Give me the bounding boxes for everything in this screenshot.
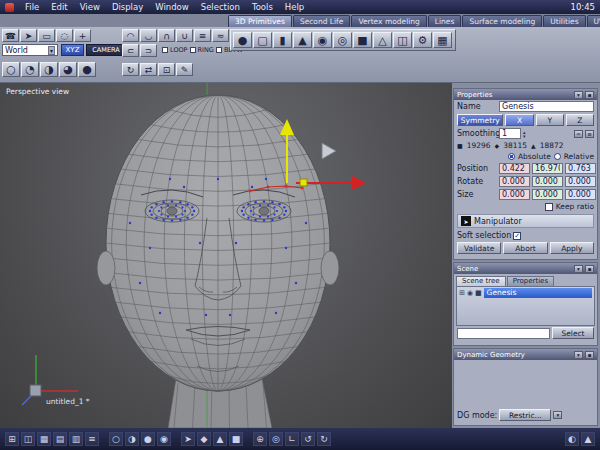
- validate-button[interactable]: Validate: [457, 242, 501, 254]
- edge-mode-icon[interactable]: ▲: [213, 432, 227, 446]
- panel-options-icon[interactable]: ▾: [574, 91, 583, 99]
- scene-options-icon[interactable]: ▾: [574, 265, 583, 273]
- full-shade-icon[interactable]: ●: [78, 62, 96, 77]
- viewport-canvas[interactable]: [0, 83, 452, 428]
- tab-lines[interactable]: Lines: [428, 15, 462, 27]
- menu-view[interactable]: View: [74, 2, 106, 12]
- abort-button[interactable]: Abort: [503, 242, 547, 254]
- textured-display-icon[interactable]: ◉: [157, 432, 171, 446]
- smooth-display-icon[interactable]: ●: [141, 432, 155, 446]
- menu-edit[interactable]: Edit: [45, 2, 73, 12]
- manipulator-center-handle[interactable]: [300, 179, 307, 186]
- scene-filter-input[interactable]: [457, 328, 550, 339]
- manipulator-x-arrowhead[interactable]: [352, 176, 366, 190]
- world-dropdown[interactable]: World ▾: [2, 44, 58, 56]
- pyramid-primitive-icon[interactable]: △: [373, 32, 392, 48]
- scene-titlebar[interactable]: Scene ▾ ▪: [454, 263, 597, 274]
- menu-file[interactable]: File: [19, 2, 45, 12]
- dg-mode-button[interactable]: Restric...: [499, 409, 551, 421]
- rotate-y-input[interactable]: [532, 176, 563, 187]
- visibility-icon[interactable]: ◉: [467, 289, 473, 297]
- size-z-input[interactable]: [565, 189, 596, 200]
- single-view-icon[interactable]: ⊞: [5, 432, 19, 446]
- properties-titlebar[interactable]: Properties ▾ ▪: [454, 89, 597, 100]
- smooth-shade-icon[interactable]: ◕: [59, 62, 77, 77]
- wireframe-mode-icon[interactable]: ○: [2, 62, 20, 77]
- keep-ratio-checkbox[interactable]: [545, 203, 553, 211]
- dg-mode-dropdown-icon[interactable]: ▾: [553, 411, 562, 419]
- ring-checkbox[interactable]: [190, 47, 196, 53]
- smoothing-range-icon[interactable]: ≈: [574, 130, 583, 138]
- move-tool-icon[interactable]: +: [74, 29, 91, 42]
- edge-loop-icon[interactable]: ◠: [122, 29, 139, 42]
- edge-ring-icon[interactable]: ◡: [140, 29, 157, 42]
- menu-tools[interactable]: Tools: [246, 2, 279, 12]
- smoothing-stepper[interactable]: ▴▾: [523, 130, 526, 138]
- dg-collapse-icon[interactable]: ▪: [585, 351, 594, 359]
- smoothing-options-icon[interactable]: ≡: [585, 130, 594, 138]
- collapse-tray-icon[interactable]: ▲: [581, 432, 595, 446]
- expand-icon[interactable]: ⊞: [459, 289, 465, 297]
- betw-checkbox[interactable]: [216, 47, 222, 53]
- undo-icon[interactable]: ↺: [301, 432, 315, 446]
- dg-titlebar[interactable]: Dynamic Geometry ▾ ▪: [454, 349, 597, 360]
- dg-options-icon[interactable]: ▾: [574, 351, 583, 359]
- size-x-input[interactable]: [499, 189, 530, 200]
- position-x-input[interactable]: [499, 163, 530, 174]
- pen-tool-icon[interactable]: ✎: [176, 63, 193, 76]
- cone-primitive-icon[interactable]: ▲: [293, 32, 312, 48]
- sphere-primitive-icon[interactable]: ●: [233, 32, 252, 48]
- scene-properties-tab[interactable]: Properties: [507, 276, 554, 286]
- grid-toggle-icon[interactable]: ▦: [37, 432, 51, 446]
- horizontal-split-icon[interactable]: ▤: [53, 432, 67, 446]
- position-y-input[interactable]: [532, 163, 563, 174]
- snap-grid-icon[interactable]: ⊕: [253, 432, 267, 446]
- axis-y-button[interactable]: Y: [536, 114, 564, 126]
- tab-surface-modeling[interactable]: Surface modeling: [462, 15, 542, 27]
- manipulator-row[interactable]: ➤ Manipulator: [457, 214, 594, 228]
- rounded-cube-primitive-icon[interactable]: ▢: [253, 32, 272, 48]
- scene-item-genesis[interactable]: Genesis: [484, 288, 592, 298]
- camera-button[interactable]: CAMERA: [86, 44, 126, 56]
- menu-help[interactable]: Help: [279, 2, 310, 12]
- smoothing-input[interactable]: [499, 128, 521, 139]
- tab-utilities[interactable]: Utilities: [543, 15, 585, 27]
- loop-checkbox[interactable]: [162, 47, 168, 53]
- wireframe-display-icon[interactable]: ○: [109, 432, 123, 446]
- menu-window[interactable]: Window: [149, 2, 195, 12]
- vertical-split-icon[interactable]: ▥: [69, 432, 83, 446]
- zoom-view-icon[interactable]: ⊡: [158, 63, 175, 76]
- face-mode-icon[interactable]: ■: [229, 432, 243, 446]
- edge-between-icon[interactable]: ∩: [158, 29, 175, 42]
- absolute-radio[interactable]: [508, 153, 515, 160]
- size-y-input[interactable]: [532, 189, 563, 200]
- soft-selection-checkbox[interactable]: ✓: [513, 232, 521, 240]
- tab-uv-paint[interactable]: UV & Paint: [587, 15, 600, 27]
- rotate-view-icon[interactable]: ↻: [122, 63, 139, 76]
- gear-primitive-icon[interactable]: ⚙: [413, 32, 432, 48]
- menu-selection[interactable]: Selection: [195, 2, 246, 12]
- name-input[interactable]: [499, 101, 594, 112]
- vertex-mode-icon[interactable]: ◆: [197, 432, 211, 446]
- apply-button[interactable]: Apply: [550, 242, 594, 254]
- relative-radio[interactable]: [554, 153, 561, 160]
- symmetry-button[interactable]: Symmetry: [457, 114, 503, 126]
- tab-3d-primitives[interactable]: 3D Primitives: [228, 15, 292, 27]
- geodesic-sphere-primitive-icon[interactable]: ◉: [313, 32, 332, 48]
- ruler-icon[interactable]: ∟: [285, 432, 299, 446]
- grid-primitive-icon[interactable]: ▦: [433, 32, 452, 48]
- weld-icon[interactable]: ∪: [176, 29, 193, 42]
- render-icon[interactable]: ◐: [565, 432, 579, 446]
- loop-select-icon[interactable]: ⊂: [122, 44, 139, 57]
- tube-primitive-icon[interactable]: ◫: [393, 32, 412, 48]
- pan-view-icon[interactable]: ⇄: [140, 63, 157, 76]
- scene-tree-tab[interactable]: Scene tree: [456, 276, 506, 286]
- magnet-icon[interactable]: ◎: [269, 432, 283, 446]
- flat-display-icon[interactable]: ◑: [125, 432, 139, 446]
- menu-display[interactable]: Display: [106, 2, 149, 12]
- tab-vertex-modeling[interactable]: Vertex modeling: [351, 15, 426, 27]
- flat-shade-icon[interactable]: ◔: [21, 62, 39, 77]
- cube-primitive-icon[interactable]: ■: [353, 32, 372, 48]
- layout-menu-icon[interactable]: ≡: [85, 432, 99, 446]
- rect-select-icon[interactable]: ▭: [38, 29, 55, 42]
